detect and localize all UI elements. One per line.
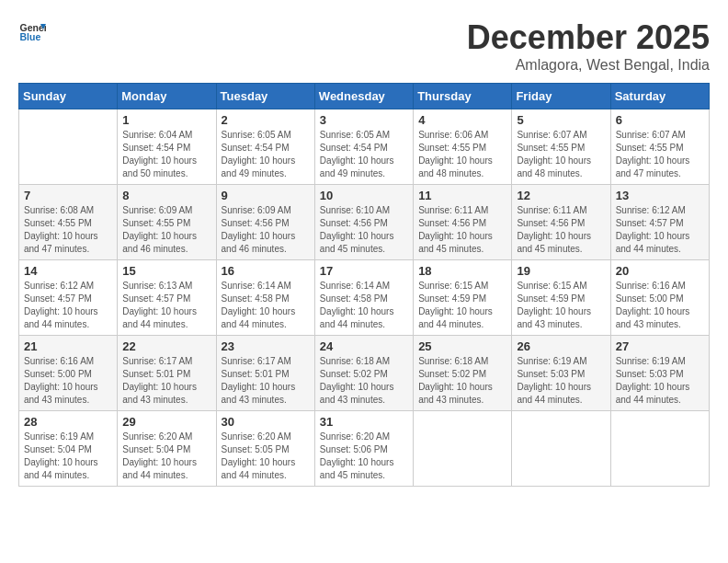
- day-info: Sunrise: 6:17 AM Sunset: 5:01 PM Dayligh…: [222, 355, 310, 407]
- day-number: 30: [222, 415, 310, 429]
- month-title: December 2025: [467, 18, 710, 57]
- day-info: Sunrise: 6:14 AM Sunset: 4:58 PM Dayligh…: [222, 280, 310, 331]
- day-info: Sunrise: 6:15 AM Sunset: 4:59 PM Dayligh…: [418, 280, 506, 331]
- day-number: 22: [122, 339, 210, 353]
- day-number: 8: [122, 189, 210, 202]
- calendar-cell: [19, 109, 118, 185]
- calendar-cell: 9Sunrise: 6:09 AM Sunset: 4:56 PM Daylig…: [216, 185, 314, 260]
- calendar-cell: 23Sunrise: 6:17 AM Sunset: 5:01 PM Dayli…: [216, 336, 314, 411]
- day-number: 1: [122, 113, 210, 127]
- calendar-cell: 2Sunrise: 6:05 AM Sunset: 4:54 PM Daylig…: [216, 109, 314, 185]
- day-number: 9: [222, 189, 310, 202]
- day-info: Sunrise: 6:18 AM Sunset: 5:02 PM Dayligh…: [320, 355, 408, 407]
- calendar-week-row: 7Sunrise: 6:08 AM Sunset: 4:55 PM Daylig…: [19, 185, 710, 260]
- calendar-cell: 1Sunrise: 6:04 AM Sunset: 4:54 PM Daylig…: [118, 109, 216, 185]
- calendar-cell: 6Sunrise: 6:07 AM Sunset: 4:55 PM Daylig…: [610, 109, 709, 185]
- day-of-week-header: Sunday: [19, 84, 118, 109]
- day-of-week-header: Thursday: [414, 84, 512, 109]
- calendar-cell: 29Sunrise: 6:20 AM Sunset: 5:04 PM Dayli…: [118, 411, 216, 487]
- calendar-cell: 26Sunrise: 6:19 AM Sunset: 5:03 PM Dayli…: [512, 336, 610, 411]
- calendar-cell: 25Sunrise: 6:18 AM Sunset: 5:02 PM Dayli…: [414, 336, 512, 411]
- day-info: Sunrise: 6:12 AM Sunset: 4:57 PM Dayligh…: [616, 204, 704, 256]
- day-number: 23: [222, 339, 310, 353]
- calendar-cell: 22Sunrise: 6:17 AM Sunset: 5:01 PM Dayli…: [118, 336, 216, 411]
- day-number: 18: [418, 264, 506, 278]
- day-of-week-header: Tuesday: [216, 84, 314, 109]
- calendar-cell: 8Sunrise: 6:09 AM Sunset: 4:55 PM Daylig…: [118, 185, 216, 260]
- calendar-cell: 24Sunrise: 6:18 AM Sunset: 5:02 PM Dayli…: [314, 336, 413, 411]
- day-info: Sunrise: 6:13 AM Sunset: 4:57 PM Dayligh…: [122, 280, 210, 331]
- day-number: 19: [517, 264, 605, 278]
- calendar-week-row: 1Sunrise: 6:04 AM Sunset: 4:54 PM Daylig…: [19, 109, 710, 185]
- calendar-cell: 12Sunrise: 6:11 AM Sunset: 4:56 PM Dayli…: [512, 185, 610, 260]
- day-number: 27: [616, 339, 704, 353]
- day-info: Sunrise: 6:06 AM Sunset: 4:55 PM Dayligh…: [418, 129, 506, 180]
- day-of-week-header: Saturday: [610, 84, 709, 109]
- day-number: 25: [418, 339, 506, 353]
- day-number: 29: [122, 415, 210, 429]
- calendar-table: SundayMondayTuesdayWednesdayThursdayFrid…: [18, 83, 710, 487]
- calendar-week-row: 14Sunrise: 6:12 AM Sunset: 4:57 PM Dayli…: [19, 260, 710, 336]
- day-info: Sunrise: 6:07 AM Sunset: 4:55 PM Dayligh…: [616, 129, 704, 180]
- calendar-week-row: 28Sunrise: 6:19 AM Sunset: 5:04 PM Dayli…: [19, 411, 710, 487]
- calendar-cell: 28Sunrise: 6:19 AM Sunset: 5:04 PM Dayli…: [19, 411, 118, 487]
- day-number: 12: [517, 189, 605, 202]
- calendar-cell: 13Sunrise: 6:12 AM Sunset: 4:57 PM Dayli…: [610, 185, 709, 260]
- day-number: 24: [320, 339, 408, 353]
- day-info: Sunrise: 6:09 AM Sunset: 4:56 PM Dayligh…: [222, 204, 310, 256]
- logo-icon: General Blue: [18, 18, 46, 46]
- day-info: Sunrise: 6:10 AM Sunset: 4:56 PM Dayligh…: [320, 204, 408, 256]
- day-info: Sunrise: 6:14 AM Sunset: 4:58 PM Dayligh…: [320, 280, 408, 331]
- day-info: Sunrise: 6:20 AM Sunset: 5:04 PM Dayligh…: [122, 431, 210, 482]
- calendar-cell: 11Sunrise: 6:11 AM Sunset: 4:56 PM Dayli…: [414, 185, 512, 260]
- day-number: 5: [517, 113, 605, 127]
- day-info: Sunrise: 6:20 AM Sunset: 5:05 PM Dayligh…: [222, 431, 310, 482]
- day-info: Sunrise: 6:05 AM Sunset: 4:54 PM Dayligh…: [320, 129, 408, 180]
- day-number: 28: [24, 415, 112, 429]
- calendar-cell: 10Sunrise: 6:10 AM Sunset: 4:56 PM Dayli…: [314, 185, 413, 260]
- calendar-cell: 3Sunrise: 6:05 AM Sunset: 4:54 PM Daylig…: [314, 109, 413, 185]
- calendar-cell: 30Sunrise: 6:20 AM Sunset: 5:05 PM Dayli…: [216, 411, 314, 487]
- day-info: Sunrise: 6:12 AM Sunset: 4:57 PM Dayligh…: [24, 280, 112, 331]
- calendar-week-row: 21Sunrise: 6:16 AM Sunset: 5:00 PM Dayli…: [19, 336, 710, 411]
- calendar-header-row: SundayMondayTuesdayWednesdayThursdayFrid…: [19, 84, 710, 109]
- calendar-cell: 21Sunrise: 6:16 AM Sunset: 5:00 PM Dayli…: [19, 336, 118, 411]
- day-info: Sunrise: 6:11 AM Sunset: 4:56 PM Dayligh…: [418, 204, 506, 256]
- day-number: 4: [418, 113, 506, 127]
- day-info: Sunrise: 6:16 AM Sunset: 5:00 PM Dayligh…: [24, 355, 112, 407]
- day-number: 11: [418, 189, 506, 202]
- logo: General Blue: [18, 18, 46, 46]
- calendar-cell: 19Sunrise: 6:15 AM Sunset: 4:59 PM Dayli…: [512, 260, 610, 336]
- day-number: 17: [320, 264, 408, 278]
- day-number: 26: [517, 339, 605, 353]
- day-of-week-header: Friday: [512, 84, 610, 109]
- calendar-cell: 7Sunrise: 6:08 AM Sunset: 4:55 PM Daylig…: [19, 185, 118, 260]
- calendar-cell: 14Sunrise: 6:12 AM Sunset: 4:57 PM Dayli…: [19, 260, 118, 336]
- calendar-cell: 4Sunrise: 6:06 AM Sunset: 4:55 PM Daylig…: [414, 109, 512, 185]
- calendar-cell: 20Sunrise: 6:16 AM Sunset: 5:00 PM Dayli…: [610, 260, 709, 336]
- day-number: 16: [222, 264, 310, 278]
- location-title: Amlagora, West Bengal, India: [467, 57, 710, 74]
- day-number: 20: [616, 264, 704, 278]
- title-area: December 2025 Amlagora, West Bengal, Ind…: [467, 18, 710, 74]
- calendar-cell: [414, 411, 512, 487]
- calendar-cell: 5Sunrise: 6:07 AM Sunset: 4:55 PM Daylig…: [512, 109, 610, 185]
- calendar-cell: [512, 411, 610, 487]
- calendar-cell: 31Sunrise: 6:20 AM Sunset: 5:06 PM Dayli…: [314, 411, 413, 487]
- day-info: Sunrise: 6:19 AM Sunset: 5:03 PM Dayligh…: [517, 355, 605, 407]
- calendar-cell: 27Sunrise: 6:19 AM Sunset: 5:03 PM Dayli…: [610, 336, 709, 411]
- day-info: Sunrise: 6:17 AM Sunset: 5:01 PM Dayligh…: [122, 355, 210, 407]
- day-number: 21: [24, 339, 112, 353]
- header: General Blue December 2025 Amlagora, Wes…: [18, 18, 710, 74]
- day-info: Sunrise: 6:19 AM Sunset: 5:03 PM Dayligh…: [616, 355, 704, 407]
- day-number: 14: [24, 264, 112, 278]
- calendar-cell: 16Sunrise: 6:14 AM Sunset: 4:58 PM Dayli…: [216, 260, 314, 336]
- day-info: Sunrise: 6:15 AM Sunset: 4:59 PM Dayligh…: [517, 280, 605, 331]
- day-info: Sunrise: 6:05 AM Sunset: 4:54 PM Dayligh…: [222, 129, 310, 180]
- day-of-week-header: Wednesday: [314, 84, 413, 109]
- day-number: 10: [320, 189, 408, 202]
- calendar-cell: [610, 411, 709, 487]
- day-info: Sunrise: 6:20 AM Sunset: 5:06 PM Dayligh…: [320, 431, 408, 482]
- day-number: 31: [320, 415, 408, 429]
- day-info: Sunrise: 6:18 AM Sunset: 5:02 PM Dayligh…: [418, 355, 506, 407]
